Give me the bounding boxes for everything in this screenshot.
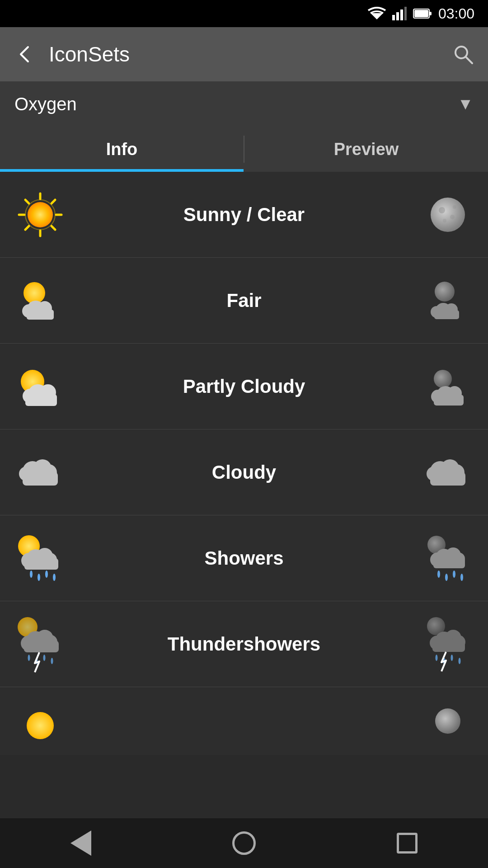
svg-rect-90 [432, 640, 465, 652]
svg-point-64 [53, 574, 56, 581]
svg-point-25 [23, 282, 45, 304]
svg-point-94 [459, 658, 461, 664]
svg-rect-34 [434, 310, 459, 319]
svg-rect-1 [392, 15, 395, 20]
svg-point-62 [38, 574, 40, 581]
svg-point-96 [435, 708, 460, 734]
svg-rect-6 [429, 12, 432, 15]
svg-point-40 [434, 370, 452, 388]
showers-day-icon [11, 529, 70, 588]
weather-item-last[interactable] [0, 687, 488, 755]
svg-rect-39 [25, 394, 57, 406]
last-day-icon [11, 692, 70, 750]
svg-rect-4 [404, 7, 407, 20]
svg-point-93 [451, 655, 453, 661]
svg-point-18 [28, 202, 53, 227]
svg-point-61 [30, 571, 33, 578]
svg-point-73 [453, 571, 455, 578]
cloudy-night-icon [418, 443, 477, 502]
search-button[interactable] [453, 44, 474, 65]
svg-point-30 [435, 282, 455, 302]
thundershowers-day-icon [11, 615, 70, 674]
svg-line-14 [25, 200, 29, 203]
svg-rect-80 [24, 641, 59, 652]
clear-night-icon [418, 185, 477, 244]
sunny-day-icon [11, 185, 70, 244]
svg-marker-0 [371, 13, 383, 19]
svg-rect-54 [430, 472, 465, 486]
back-button[interactable] [14, 44, 34, 64]
svg-rect-2 [396, 12, 399, 20]
nav-back-button[interactable] [70, 830, 91, 856]
svg-rect-44 [434, 395, 464, 406]
tab-preview[interactable]: Preview [244, 127, 488, 172]
app-bar: IconSets [0, 27, 488, 81]
weather-item-thundershowers[interactable]: Thundershowers [0, 601, 488, 687]
weather-name-fair: Fair [70, 290, 418, 311]
svg-rect-3 [400, 9, 403, 20]
fair-day-icon [11, 271, 70, 330]
recents-nav-icon [397, 833, 418, 854]
wifi-icon [368, 7, 386, 20]
svg-point-72 [445, 574, 448, 581]
svg-line-15 [52, 226, 55, 230]
svg-point-24 [453, 205, 456, 209]
weather-item-partly-cloudy[interactable]: Partly Cloudy [0, 344, 488, 429]
status-bar: 03:00 [0, 0, 488, 27]
weather-name-showers: Showers [70, 547, 418, 569]
svg-line-16 [52, 200, 55, 203]
svg-point-21 [439, 207, 445, 213]
partly-cloudy-night-icon [418, 357, 477, 416]
svg-point-74 [460, 574, 463, 581]
weather-name-thundershowers: Thundershowers [70, 633, 418, 655]
svg-point-84 [51, 658, 53, 664]
app-bar-title: IconSets [49, 42, 438, 66]
weather-list: Sunny / Clear [0, 172, 488, 755]
cloudy-day-icon [11, 443, 70, 502]
weather-item-sunny-clear[interactable]: Sunny / Clear [0, 172, 488, 258]
status-icons: 03:00 [368, 5, 474, 22]
nav-recents-button[interactable] [397, 833, 418, 854]
showers-night-icon [418, 529, 477, 588]
weather-item-showers[interactable]: Showers [0, 515, 488, 601]
weather-item-cloudy[interactable]: Cloudy [0, 429, 488, 515]
svg-point-83 [43, 655, 46, 661]
last-night-icon [418, 692, 477, 750]
nav-bar [0, 818, 488, 868]
svg-rect-60 [24, 558, 58, 570]
iconset-dropdown[interactable]: Oxygen ▼ [0, 81, 488, 127]
dropdown-arrow-icon: ▼ [457, 94, 474, 113]
svg-point-63 [45, 571, 48, 578]
svg-point-71 [437, 571, 440, 578]
svg-point-81 [28, 655, 30, 661]
weather-name-partly-cloudy: Partly Cloudy [70, 376, 418, 397]
svg-point-23 [443, 219, 446, 222]
battery-icon [413, 8, 432, 19]
svg-rect-49 [23, 472, 58, 486]
home-nav-icon [232, 831, 256, 855]
svg-point-95 [27, 712, 54, 739]
thundershowers-night-icon [418, 615, 477, 674]
svg-rect-7 [414, 10, 428, 17]
svg-rect-29 [27, 310, 54, 320]
tabs-container: Info Preview [0, 127, 488, 172]
svg-rect-70 [433, 557, 465, 568]
svg-point-91 [436, 655, 438, 661]
status-time: 03:00 [438, 5, 474, 22]
back-nav-icon [70, 830, 91, 856]
partly-cloudy-day-icon [11, 357, 70, 416]
weather-name-cloudy: Cloudy [70, 462, 418, 483]
svg-line-9 [466, 57, 472, 63]
tab-info[interactable]: Info [0, 127, 244, 172]
fair-night-icon [418, 271, 477, 330]
dropdown-label: Oxygen [14, 94, 77, 114]
svg-line-17 [25, 226, 29, 230]
weather-name-sunny-clear: Sunny / Clear [70, 204, 418, 226]
svg-point-20 [431, 198, 465, 232]
svg-point-22 [450, 215, 455, 219]
nav-home-button[interactable] [232, 831, 256, 855]
signal-icon [392, 7, 407, 20]
weather-item-fair[interactable]: Fair [0, 258, 488, 344]
